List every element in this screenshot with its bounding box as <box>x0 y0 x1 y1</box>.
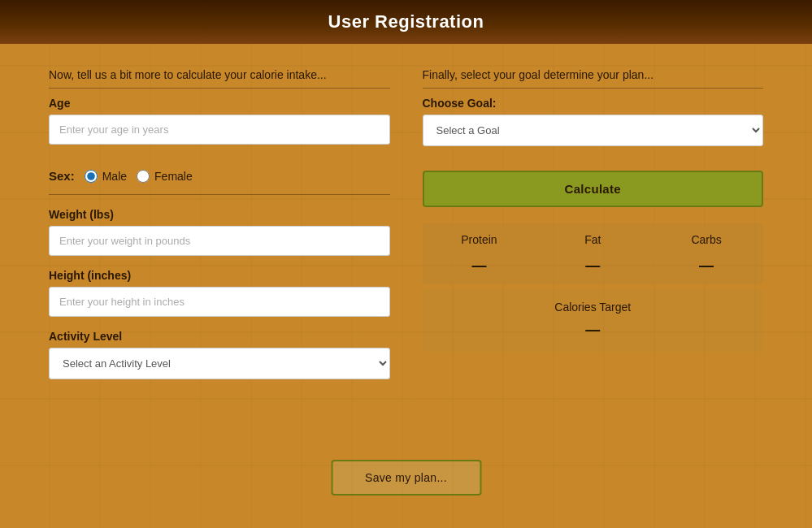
age-field-group: Age <box>49 97 390 145</box>
height-input[interactable] <box>49 287 390 317</box>
fat-cell: Fat — <box>536 223 649 284</box>
calculate-button[interactable]: Calculate <box>423 171 764 207</box>
calories-section: Calories Target — <box>423 289 764 352</box>
protein-header: Protein <box>429 233 530 258</box>
sex-female-label: Female <box>154 170 193 183</box>
carbs-value: — <box>656 258 757 275</box>
sex-male-group: Male <box>85 170 127 183</box>
age-label: Age <box>49 97 390 110</box>
goal-label: Choose Goal: <box>423 97 764 110</box>
weight-input[interactable] <box>49 226 390 256</box>
activity-select[interactable]: Select an Activity Level Sedentary (litt… <box>49 348 390 379</box>
sex-row: Sex: Male Female <box>49 158 390 195</box>
save-button-area: Save my plan... <box>331 445 481 504</box>
activity-field-group: Activity Level Select an Activity Level … <box>49 330 390 379</box>
left-panel: Now, tell us a bit more to calculate you… <box>49 68 390 507</box>
sex-female-group: Female <box>137 170 193 183</box>
age-input[interactable] <box>49 115 390 145</box>
goal-field-group: Choose Goal: Select a Goal Lose Weight M… <box>423 97 764 146</box>
macros-results-grid: Protein — Fat — Carbs — <box>423 223 764 284</box>
sex-male-radio[interactable] <box>85 170 98 183</box>
height-label: Height (inches) <box>49 269 390 282</box>
sex-male-label: Male <box>102 170 127 183</box>
fat-header: Fat <box>542 233 643 258</box>
carbs-header: Carbs <box>656 233 757 258</box>
sex-label: Sex: <box>49 169 75 183</box>
sex-female-radio[interactable] <box>137 170 150 183</box>
header: User Registration <box>0 0 812 44</box>
protein-value: — <box>429 258 530 275</box>
protein-cell: Protein — <box>423 223 536 284</box>
weight-field-group: Weight (lbs) <box>49 208 390 256</box>
calories-label: Calories Target <box>429 301 758 314</box>
fat-value: — <box>542 258 643 275</box>
calories-value: — <box>429 322 758 339</box>
left-section-label: Now, tell us a bit more to calculate you… <box>49 68 390 89</box>
right-section-label: Finally, select your goal determine your… <box>423 68 764 89</box>
goal-select[interactable]: Select a Goal Lose Weight Maintain Weigh… <box>423 115 764 146</box>
save-button[interactable]: Save my plan... <box>331 460 481 496</box>
right-panel: Finally, select your goal determine your… <box>423 68 764 507</box>
weight-label: Weight (lbs) <box>49 208 390 221</box>
height-field-group: Height (inches) <box>49 269 390 317</box>
activity-label: Activity Level <box>49 330 390 343</box>
carbs-cell: Carbs — <box>649 223 763 284</box>
page-title: User Registration <box>0 11 812 32</box>
page-wrapper: User Registration Now, tell us a bit mor… <box>0 0 812 528</box>
